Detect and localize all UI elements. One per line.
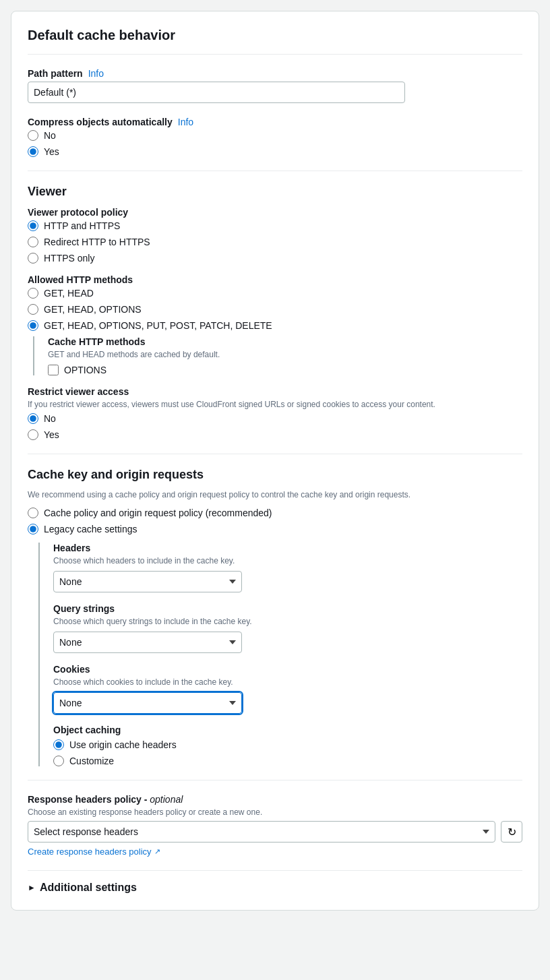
method-get-head-options-option[interactable]: GET, HEAD, OPTIONS xyxy=(28,304,522,315)
method-get-head-radio[interactable] xyxy=(28,288,38,299)
query-strings-select[interactable]: None Whitelist All xyxy=(53,632,242,653)
headers-label: Headers xyxy=(53,543,522,553)
additional-settings-expand[interactable]: ► Additional settings xyxy=(28,882,522,894)
method-get-head-label: GET, HEAD xyxy=(44,288,94,299)
page-title: Default cache behavior xyxy=(28,28,522,55)
cookies-desc: Choose which cookies to include in the c… xyxy=(53,677,522,687)
restrict-viewer-label: Restrict viewer access xyxy=(28,386,522,397)
refresh-button[interactable]: ↻ xyxy=(501,821,522,843)
external-link-icon: ↗ xyxy=(154,847,160,856)
cache-options-option[interactable]: OPTIONS xyxy=(48,365,522,375)
cache-key-title: Cache key and origin requests xyxy=(28,468,522,482)
cookies-select-wrapper: None Whitelist All xyxy=(53,692,242,714)
response-headers-optional: optional xyxy=(150,794,183,805)
legacy-cache-radio[interactable] xyxy=(28,524,38,534)
restrict-viewer-radio-group: No Yes xyxy=(28,413,522,440)
viewer-section: Viewer Viewer protocol policy HTTP and H… xyxy=(28,185,522,440)
protocol-https-only-label: HTTPS only xyxy=(44,253,94,264)
create-response-headers-link[interactable]: Create response headers policy ↗ xyxy=(28,847,160,857)
compress-yes-radio[interactable] xyxy=(28,146,38,157)
cache-options-label: OPTIONS xyxy=(64,365,106,375)
compress-objects-radio-group: No Yes xyxy=(28,130,522,157)
compress-no-radio[interactable] xyxy=(28,130,38,141)
headers-select[interactable]: None Whitelist xyxy=(53,571,242,592)
compress-objects-section: Compress objects automatically Info No Y… xyxy=(28,117,522,157)
cache-policy-radio[interactable] xyxy=(28,508,38,518)
legacy-cache-settings-section: Headers Choose which headers to include … xyxy=(38,543,522,766)
cache-options-checkbox[interactable] xyxy=(48,365,59,375)
query-strings-desc: Choose which query strings to include in… xyxy=(53,617,522,626)
object-caching-label: Object caching xyxy=(53,725,522,735)
use-origin-headers-label: Use origin cache headers xyxy=(69,739,177,750)
protocol-http-https-radio[interactable] xyxy=(28,220,38,231)
compress-yes-label: Yes xyxy=(44,146,59,157)
protocol-https-only-radio[interactable] xyxy=(28,253,38,264)
query-strings-select-wrapper: None Whitelist All xyxy=(53,632,242,653)
allowed-methods-section: Allowed HTTP methods GET, HEAD GET, HEAD… xyxy=(28,274,522,375)
additional-settings-section: ► Additional settings xyxy=(28,870,522,894)
protocol-http-https-label: HTTP and HTTPS xyxy=(44,220,120,231)
use-origin-headers-option[interactable]: Use origin cache headers xyxy=(53,739,522,750)
object-caching-radio-group: Use origin cache headers Customize xyxy=(53,739,522,766)
compress-no-label: No xyxy=(44,130,56,141)
compress-yes-option[interactable]: Yes xyxy=(28,146,522,157)
refresh-icon: ↻ xyxy=(508,826,516,838)
cache-policy-option[interactable]: Cache policy and origin request policy (… xyxy=(28,508,522,518)
cache-http-methods-subsection: Cache HTTP methods GET and HEAD methods … xyxy=(33,336,522,375)
additional-settings-label: Additional settings xyxy=(40,882,137,894)
protocol-http-https-option[interactable]: HTTP and HTTPS xyxy=(28,220,522,231)
response-headers-select-wrapper: Select response headers xyxy=(28,821,495,843)
protocol-redirect-option[interactable]: Redirect HTTP to HTTPS xyxy=(28,237,522,247)
cookies-label: Cookies xyxy=(53,664,522,675)
headers-select-wrapper: None Whitelist xyxy=(53,571,242,592)
restrict-viewer-section: Restrict viewer access If you restrict v… xyxy=(28,386,522,440)
customize-caching-label: Customize xyxy=(69,756,114,766)
method-all-radio[interactable] xyxy=(28,320,38,331)
cache-http-methods-label: Cache HTTP methods xyxy=(48,336,522,347)
legacy-cache-option[interactable]: Legacy cache settings xyxy=(28,524,522,534)
method-get-head-options-radio[interactable] xyxy=(28,304,38,315)
cookies-field: Cookies Choose which cookies to include … xyxy=(53,664,522,714)
query-strings-field: Query strings Choose which query strings… xyxy=(53,603,522,653)
cookies-select[interactable]: None Whitelist All xyxy=(53,692,242,714)
viewer-section-title: Viewer xyxy=(28,185,522,199)
method-all-label: GET, HEAD, OPTIONS, PUT, POST, PATCH, DE… xyxy=(44,320,272,331)
path-pattern-section: Path pattern Info xyxy=(28,68,522,103)
allowed-methods-label: Allowed HTTP methods xyxy=(28,274,522,285)
method-all-option[interactable]: GET, HEAD, OPTIONS, PUT, POST, PATCH, DE… xyxy=(28,320,522,331)
use-origin-headers-radio[interactable] xyxy=(53,739,64,750)
response-headers-section: Response headers policy - optional Choos… xyxy=(28,794,522,857)
cache-key-radio-group: Cache policy and origin request policy (… xyxy=(28,508,522,534)
default-cache-behavior-card: Default cache behavior Path pattern Info… xyxy=(11,11,539,911)
cache-http-methods-desc: GET and HEAD methods are cached by defau… xyxy=(48,350,522,359)
protocol-redirect-label: Redirect HTTP to HTTPS xyxy=(44,237,150,247)
compress-no-option[interactable]: No xyxy=(28,130,522,141)
viewer-protocol-label: Viewer protocol policy xyxy=(28,207,522,218)
response-headers-select[interactable]: Select response headers xyxy=(28,821,495,843)
headers-desc: Choose which headers to include in the c… xyxy=(53,556,522,565)
method-get-head-option[interactable]: GET, HEAD xyxy=(28,288,522,299)
restrict-no-label: No xyxy=(44,413,56,424)
allowed-methods-radio-group: GET, HEAD GET, HEAD, OPTIONS GET, HEAD, … xyxy=(28,288,522,331)
viewer-protocol-section: Viewer protocol policy HTTP and HTTPS Re… xyxy=(28,207,522,264)
legacy-cache-label: Legacy cache settings xyxy=(44,524,138,534)
customize-caching-radio[interactable] xyxy=(53,756,64,766)
path-pattern-info-link[interactable]: Info xyxy=(88,68,104,79)
restrict-no-radio[interactable] xyxy=(28,413,38,424)
path-pattern-input[interactable] xyxy=(28,82,405,103)
viewer-protocol-radio-group: HTTP and HTTPS Redirect HTTP to HTTPS HT… xyxy=(28,220,522,264)
expand-icon: ► xyxy=(28,883,36,892)
method-get-head-options-label: GET, HEAD, OPTIONS xyxy=(44,304,142,315)
cache-key-desc: We recommend using a cache policy and or… xyxy=(28,490,522,499)
restrict-yes-option[interactable]: Yes xyxy=(28,429,522,440)
headers-field: Headers Choose which headers to include … xyxy=(53,543,522,592)
customize-caching-option[interactable]: Customize xyxy=(53,756,522,766)
response-headers-row: Select response headers ↻ xyxy=(28,821,522,843)
protocol-https-only-option[interactable]: HTTPS only xyxy=(28,253,522,264)
compress-objects-info-link[interactable]: Info xyxy=(178,117,193,127)
query-strings-label: Query strings xyxy=(53,603,522,614)
restrict-no-option[interactable]: No xyxy=(28,413,522,424)
object-caching-field: Object caching Use origin cache headers … xyxy=(53,725,522,766)
protocol-redirect-radio[interactable] xyxy=(28,237,38,247)
restrict-yes-radio[interactable] xyxy=(28,429,38,440)
